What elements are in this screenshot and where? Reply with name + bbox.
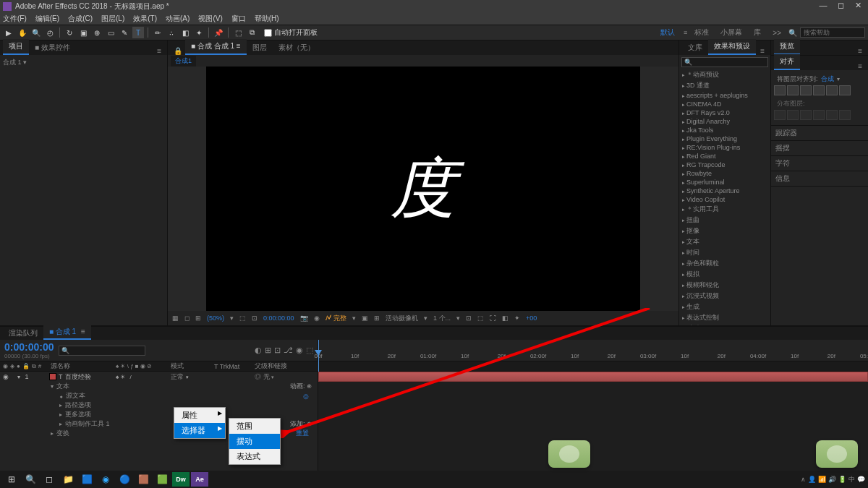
snap-icon[interactable]: ⧉: [246, 27, 258, 38]
channel-icon[interactable]: ⬚: [239, 314, 246, 322]
dist-2-icon[interactable]: [787, 110, 799, 120]
selection-tool-icon[interactable]: ▶: [3, 27, 14, 38]
workspace-standard[interactable]: 标准: [690, 26, 713, 39]
effect-category[interactable]: Red Giant: [679, 152, 770, 160]
align-vcenter-icon[interactable]: [826, 85, 838, 95]
exposure-value[interactable]: +00: [526, 314, 537, 322]
tray-volume-icon[interactable]: 🔊: [828, 476, 836, 483]
tl-motion-blur-icon[interactable]: ⊡: [274, 346, 281, 355]
effect-category[interactable]: 模糊和锐化: [679, 280, 770, 291]
layer-bar[interactable]: [318, 372, 868, 382]
effect-category[interactable]: Superluminal: [679, 178, 770, 187]
dist-1-icon[interactable]: [774, 110, 786, 120]
tab-comp-timeline[interactable]: ■ 合成 1 ≡: [43, 325, 91, 340]
zoom-level[interactable]: (50%): [207, 314, 224, 322]
brush-tool-icon[interactable]: ✏: [152, 27, 163, 38]
prop-path-options[interactable]: ▸路径选项: [0, 401, 318, 410]
effect-category[interactable]: Video Copilot: [679, 195, 770, 204]
effect-category[interactable]: Rowbyte: [679, 169, 770, 178]
tab-preview[interactable]: 预览: [774, 39, 800, 55]
align-top-icon[interactable]: [813, 85, 825, 95]
tab-effect-controls[interactable]: ■ 效果控件: [29, 40, 76, 55]
effect-category[interactable]: 时间: [679, 247, 770, 258]
col-trkmat[interactable]: T TrkMat: [211, 361, 252, 371]
align-target-dd[interactable]: 合成: [821, 74, 834, 84]
tl-shy-icon[interactable]: ◐: [255, 346, 262, 355]
effect-category[interactable]: CINEMA 4D: [679, 100, 770, 108]
viewer-time[interactable]: 0:00:00:00: [263, 314, 294, 322]
local-axis-icon[interactable]: ⬚: [232, 27, 244, 38]
effect-category[interactable]: Jka Tools: [679, 126, 770, 134]
workspace-small[interactable]: 小屏幕: [716, 26, 746, 39]
tray-battery-icon[interactable]: 🔋: [838, 476, 846, 483]
pen-tool-icon[interactable]: ✎: [119, 27, 130, 38]
workspace-default[interactable]: 默认: [656, 26, 679, 39]
dist-6-icon[interactable]: [839, 110, 851, 120]
tray-ime-icon[interactable]: 中: [848, 475, 855, 484]
exposure-icon[interactable]: ✦: [514, 314, 520, 322]
effect-category[interactable]: 生成: [679, 301, 770, 312]
app-1-icon[interactable]: 🟦: [78, 472, 95, 487]
effect-category[interactable]: 模拟: [679, 269, 770, 280]
add-button[interactable]: 添加: ⊕: [290, 419, 312, 429]
col-mode[interactable]: 模式: [168, 361, 211, 371]
ctx-properties[interactable]: 属性▶: [174, 408, 225, 423]
animate-button[interactable]: 动画: ⊕: [290, 382, 312, 391]
effect-category[interactable]: 表达式控制: [679, 312, 770, 323]
rotate-tool-icon[interactable]: ↻: [64, 27, 75, 38]
task-view-icon[interactable]: ◻: [41, 472, 58, 487]
timeline-search-input[interactable]: [59, 346, 145, 356]
snapshot-icon[interactable]: 📷: [300, 314, 308, 322]
effect-category[interactable]: RE:Vision Plug-ins: [679, 143, 770, 152]
effects-search-input[interactable]: [681, 57, 768, 67]
project-content[interactable]: 合成 1 ▾: [0, 55, 167, 325]
align-right-icon[interactable]: [800, 85, 812, 95]
tl-blend-icon[interactable]: ◉: [296, 346, 303, 355]
auto-open-checkbox[interactable]: 自动打开面板: [264, 27, 318, 38]
parent-dd[interactable]: 无: [263, 373, 270, 380]
stamp-tool-icon[interactable]: ⛬: [166, 27, 177, 38]
effect-category[interactable]: DFT Rays v2.0: [679, 108, 770, 117]
tab-effects-presets[interactable]: 效果和预设: [708, 39, 756, 55]
app-4-icon[interactable]: 🟫: [135, 472, 152, 487]
effect-category[interactable]: RG Trapcode: [679, 160, 770, 169]
search-icon[interactable]: 🔍: [22, 472, 39, 487]
anchor-tool-icon[interactable]: ⊕: [91, 27, 103, 38]
magnify-icon[interactable]: ▦: [172, 314, 179, 322]
prop-text[interactable]: ▾文本动画: ⊕: [0, 382, 318, 391]
prop-source-text[interactable]: ⬥ 源文本◎: [0, 391, 318, 401]
tab-project[interactable]: 项目: [3, 39, 29, 55]
effect-category[interactable]: 抠像: [679, 226, 770, 236]
workspace-lib[interactable]: 库: [749, 26, 765, 39]
panel-character[interactable]: 字符: [771, 156, 868, 171]
ctx-wiggle[interactable]: 摆动: [229, 434, 280, 449]
tray-notify-icon[interactable]: 💬: [857, 476, 865, 483]
dist-4-icon[interactable]: [813, 110, 825, 120]
roto-tool-icon[interactable]: ✦: [193, 27, 205, 38]
minimize-button[interactable]: —: [816, 0, 830, 10]
hand-tool-icon[interactable]: ✋: [17, 27, 28, 38]
app-2-icon[interactable]: ◉: [97, 472, 114, 487]
lock-icon[interactable]: 🔒: [174, 47, 182, 55]
dist-3-icon[interactable]: [800, 110, 812, 120]
roi-icon[interactable]: ◻: [184, 314, 190, 322]
text-tool-icon[interactable]: T: [132, 27, 144, 38]
puppet-tool-icon[interactable]: 📌: [213, 27, 224, 38]
tab-composition[interactable]: ■ 合成 合成 1 ≡: [185, 39, 247, 55]
menu-help[interactable]: 帮助(H): [255, 14, 279, 24]
tl-3d-icon[interactable]: ⬚: [306, 346, 313, 355]
menu-effect[interactable]: 效果(T): [133, 14, 157, 24]
align-hcenter-icon[interactable]: [787, 85, 799, 95]
effect-category[interactable]: Digital Anarchy: [679, 117, 770, 126]
resolution-dd[interactable]: 🗲 完整: [326, 314, 347, 323]
effect-category[interactable]: 3D 通道: [679, 80, 770, 91]
panel-tracker[interactable]: 跟踪器: [771, 126, 868, 140]
menu-view[interactable]: 视图(V): [198, 14, 222, 24]
effect-category[interactable]: ＊实用工具: [679, 204, 770, 215]
orbit-tool-icon[interactable]: ◴: [44, 27, 56, 38]
menu-composition[interactable]: 合成(C): [68, 14, 93, 24]
ctx-range[interactable]: 范围: [229, 419, 280, 434]
layer-color-swatch[interactable]: [49, 373, 56, 380]
tab-library[interactable]: 文库: [682, 40, 708, 55]
explorer-icon[interactable]: 📁: [59, 472, 77, 487]
